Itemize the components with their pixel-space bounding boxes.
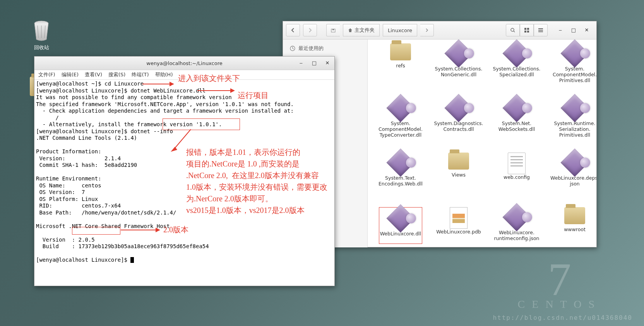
breadcrumb-home[interactable]: 主文件夹 — [343, 24, 380, 36]
dll-icon — [389, 98, 412, 118]
grid-view-button[interactable] — [520, 24, 534, 36]
file-grid: refsSystem.Collections. NonGeneric.dllSy… — [368, 39, 596, 247]
file-label: wwwroot — [564, 226, 586, 238]
breadcrumb-next[interactable] — [420, 24, 434, 36]
file-item[interactable]: System. ComponentModel. Primitives.dll — [546, 42, 596, 94]
svg-rect-9 — [538, 30, 543, 31]
file-item[interactable]: System. ComponentModel. TypeConverter.dl… — [372, 96, 430, 149]
menu-help[interactable]: 帮助(H) — [155, 71, 173, 78]
dll-icon — [505, 43, 528, 63]
svg-rect-6 — [524, 31, 526, 33]
centos-watermark: 7 CENTOS — [518, 261, 601, 311]
file-item[interactable]: WebLinuxcore.dll — [372, 206, 430, 247]
file-label: System. ComponentModel. Primitives.dll — [553, 66, 596, 83]
maximize-button[interactable]: □ — [567, 24, 580, 36]
nav-back-button[interactable] — [286, 24, 300, 36]
file-item[interactable]: System.Runtime. Serialization. Primitive… — [546, 96, 596, 149]
svg-rect-2 — [332, 29, 334, 30]
svg-rect-5 — [527, 28, 529, 30]
file-item[interactable]: System.Diagnostics. Contracts.dll — [430, 96, 488, 149]
file-label: System.Runtime. Serialization. Primitive… — [554, 120, 596, 138]
sidebar-item-label: 最近使用的 — [298, 45, 324, 52]
svg-rect-8 — [538, 28, 543, 29]
file-label: Views — [452, 172, 466, 184]
arrow-1 — [142, 84, 173, 84]
menu-terminal[interactable]: 终端(T) — [132, 71, 149, 78]
dll-icon — [563, 43, 586, 63]
svg-rect-7 — [527, 31, 529, 33]
file-item[interactable]: refs — [372, 42, 430, 94]
centos-seven: 7 — [518, 261, 601, 298]
terminal-window: wenya@localhost:~/Linuxcore ‒ □ ✕ 文件(F) … — [34, 56, 335, 286]
breadcrumb-linuxcore[interactable]: Linuxcore — [383, 24, 417, 36]
file-item[interactable]: WebLinuxcore.deps. json — [546, 151, 596, 203]
menu-search[interactable]: 搜索(S) — [108, 71, 125, 78]
dll-icon — [447, 98, 470, 118]
file-item[interactable]: System.Collections. Specialized.dll — [488, 42, 546, 94]
desktop-trash[interactable]: 回收站 — [24, 19, 59, 51]
svg-rect-10 — [538, 31, 543, 32]
dll-icon — [563, 98, 586, 118]
file-item[interactable]: WebLinuxcore. runtimeconfig.json — [488, 206, 546, 247]
folder-icon — [564, 207, 585, 224]
file-label: web.config — [504, 174, 530, 186]
file-item[interactable]: System.Collections. NonGeneric.dll — [430, 42, 488, 94]
file-item[interactable]: wwwroot — [546, 206, 596, 247]
menu-file[interactable]: 文件(F) — [38, 71, 55, 78]
svg-point-3 — [511, 28, 514, 31]
minimize-button[interactable]: ‒ — [554, 24, 567, 36]
menu-view[interactable]: 查看(V) — [85, 71, 102, 78]
image-file-icon — [450, 207, 468, 229]
folder-icon — [448, 153, 469, 170]
terminal-title: wenya@localhost:~/Linuxcore — [146, 60, 223, 66]
cursor-icon — [130, 257, 134, 263]
arrow-2 — [197, 90, 234, 91]
trash-icon — [30, 19, 53, 42]
file-item[interactable]: Views — [430, 151, 488, 203]
file-item[interactable]: System.Text. Encodings.Web.dll — [372, 151, 430, 203]
blog-watermark: http://blog.csdn.net/u014368040 — [493, 314, 632, 321]
terminal-maximize-button[interactable]: □ — [310, 58, 319, 67]
file-label: WebLinuxcore.pdb — [436, 229, 481, 241]
file-item[interactable]: WebLinuxcore.pdb — [430, 206, 488, 247]
dll-icon — [447, 43, 470, 63]
close-button[interactable]: ✕ — [580, 24, 593, 36]
file-label: WebLinuxcore.deps. json — [550, 175, 596, 187]
terminal-titlebar: wenya@localhost:~/Linuxcore ‒ □ ✕ — [34, 57, 334, 70]
arrow-4 — [121, 230, 159, 230]
terminal-menubar: 文件(F) 编辑(E) 查看(V) 搜索(S) 终端(T) 帮助(H) — [34, 70, 334, 80]
clock-icon — [290, 46, 295, 51]
centos-text: CENTOS — [518, 298, 601, 311]
dll-icon — [505, 98, 528, 118]
dll-icon — [389, 208, 412, 228]
terminal-body[interactable]: [wenya@localhost ~]$ cd Linuxcore [wenya… — [34, 80, 334, 264]
sidebar-item-recent[interactable]: 最近使用的 — [288, 43, 362, 54]
file-label: System. ComponentModel. TypeConverter.dl… — [379, 120, 423, 138]
file-item[interactable]: System.Net. WebSockets.dll — [488, 96, 546, 149]
file-label: refs — [396, 63, 405, 75]
config-file-icon — [508, 153, 526, 174]
redbox-version-205 — [72, 227, 120, 235]
svg-rect-4 — [524, 28, 526, 30]
redbox-version-101 — [163, 118, 240, 130]
folder-icon — [390, 43, 411, 60]
dll-icon — [563, 153, 586, 173]
file-manager-titlebar: 主文件夹 Linuxcore ‒ □ ✕ — [283, 21, 596, 39]
list-view-button[interactable] — [534, 24, 548, 36]
search-button[interactable] — [506, 24, 520, 36]
menu-edit[interactable]: 编辑(E) — [62, 71, 79, 78]
dll-icon — [389, 153, 412, 173]
terminal-close-button[interactable]: ✕ — [323, 58, 332, 67]
trash-label: 回收站 — [34, 45, 49, 50]
dll-icon — [505, 207, 528, 227]
nav-forward-button[interactable] — [303, 24, 317, 36]
terminal-minimize-button[interactable]: ‒ — [296, 58, 306, 67]
nav-path-prefix[interactable] — [326, 24, 340, 36]
file-item[interactable]: web.config — [488, 151, 546, 203]
